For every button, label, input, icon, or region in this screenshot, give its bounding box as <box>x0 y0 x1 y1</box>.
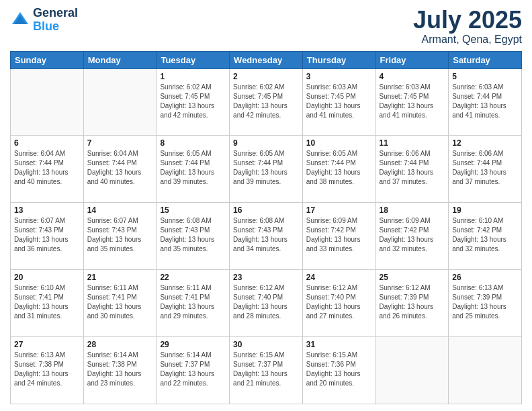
calendar-cell: 4Sunrise: 6:03 AMSunset: 7:45 PMDaylight… <box>375 68 449 136</box>
day-info: Sunrise: 6:08 AMSunset: 7:43 PMDaylight:… <box>160 216 226 254</box>
day-number: 1 <box>160 72 226 81</box>
day-info: Sunrise: 6:12 AMSunset: 7:40 PMDaylight:… <box>233 283 299 321</box>
logo-icon <box>10 10 30 30</box>
calendar-cell: 17Sunrise: 6:09 AMSunset: 7:42 PMDayligh… <box>302 203 375 270</box>
day-info: Sunrise: 6:06 AMSunset: 7:44 PMDaylight:… <box>452 149 518 187</box>
calendar-cell <box>83 68 157 136</box>
calendar-cell: 6Sunrise: 6:04 AMSunset: 7:44 PMDaylight… <box>11 136 84 203</box>
calendar-cell: 20Sunrise: 6:10 AMSunset: 7:41 PMDayligh… <box>11 270 84 337</box>
calendar-cell: 5Sunrise: 6:03 AMSunset: 7:44 PMDaylight… <box>449 68 522 136</box>
logo-text: General Blue <box>33 7 78 34</box>
calendar-cell: 14Sunrise: 6:07 AMSunset: 7:43 PMDayligh… <box>83 203 157 270</box>
calendar-cell: 29Sunrise: 6:14 AMSunset: 7:37 PMDayligh… <box>157 337 230 404</box>
calendar-cell: 23Sunrise: 6:12 AMSunset: 7:40 PMDayligh… <box>230 270 303 337</box>
location: Armant, Qena, Egypt <box>413 34 522 46</box>
day-info: Sunrise: 6:08 AMSunset: 7:43 PMDaylight:… <box>233 216 299 254</box>
day-info: Sunrise: 6:07 AMSunset: 7:43 PMDaylight:… <box>14 216 80 254</box>
calendar-cell <box>449 337 522 404</box>
day-number: 25 <box>380 273 445 282</box>
calendar-cell: 25Sunrise: 6:12 AMSunset: 7:39 PMDayligh… <box>375 270 449 337</box>
day-info: Sunrise: 6:04 AMSunset: 7:44 PMDaylight:… <box>14 149 80 187</box>
day-number: 19 <box>452 205 518 215</box>
calendar-week-1: 1Sunrise: 6:02 AMSunset: 7:45 PMDaylight… <box>11 68 522 136</box>
day-info: Sunrise: 6:05 AMSunset: 7:44 PMDaylight:… <box>306 149 372 187</box>
day-number: 5 <box>452 72 518 81</box>
day-info: Sunrise: 6:04 AMSunset: 7:44 PMDaylight:… <box>87 149 153 187</box>
day-number: 28 <box>87 340 153 349</box>
day-info: Sunrise: 6:12 AMSunset: 7:40 PMDaylight:… <box>306 283 372 321</box>
logo: General Blue <box>10 7 78 34</box>
calendar-cell: 18Sunrise: 6:09 AMSunset: 7:42 PMDayligh… <box>375 203 449 270</box>
calendar-cell: 26Sunrise: 6:13 AMSunset: 7:39 PMDayligh… <box>449 270 522 337</box>
calendar-cell: 16Sunrise: 6:08 AMSunset: 7:43 PMDayligh… <box>230 203 303 270</box>
day-info: Sunrise: 6:14 AMSunset: 7:38 PMDaylight:… <box>87 351 153 388</box>
col-tuesday: Tuesday <box>157 51 230 68</box>
calendar-cell: 21Sunrise: 6:11 AMSunset: 7:41 PMDayligh… <box>83 270 157 337</box>
calendar-cell: 8Sunrise: 6:05 AMSunset: 7:44 PMDaylight… <box>157 136 230 203</box>
calendar-cell: 11Sunrise: 6:06 AMSunset: 7:44 PMDayligh… <box>375 136 449 203</box>
calendar-cell: 10Sunrise: 6:05 AMSunset: 7:44 PMDayligh… <box>302 136 375 203</box>
day-info: Sunrise: 6:11 AMSunset: 7:41 PMDaylight:… <box>160 283 226 321</box>
day-number: 22 <box>160 273 226 282</box>
calendar-cell: 15Sunrise: 6:08 AMSunset: 7:43 PMDayligh… <box>157 203 230 270</box>
day-number: 4 <box>380 72 445 81</box>
day-number: 7 <box>87 138 153 148</box>
col-thursday: Thursday <box>302 51 375 68</box>
col-saturday: Saturday <box>449 51 522 68</box>
day-info: Sunrise: 6:13 AMSunset: 7:39 PMDaylight:… <box>452 283 518 321</box>
calendar-week-3: 13Sunrise: 6:07 AMSunset: 7:43 PMDayligh… <box>11 203 522 270</box>
calendar-cell: 28Sunrise: 6:14 AMSunset: 7:38 PMDayligh… <box>83 337 157 404</box>
calendar-week-5: 27Sunrise: 6:13 AMSunset: 7:38 PMDayligh… <box>11 337 522 404</box>
day-number: 27 <box>14 340 80 349</box>
calendar-table: Sunday Monday Tuesday Wednesday Thursday… <box>10 51 522 404</box>
calendar-cell: 12Sunrise: 6:06 AMSunset: 7:44 PMDayligh… <box>449 136 522 203</box>
calendar-cell: 13Sunrise: 6:07 AMSunset: 7:43 PMDayligh… <box>11 203 84 270</box>
calendar-cell: 22Sunrise: 6:11 AMSunset: 7:41 PMDayligh… <box>157 270 230 337</box>
calendar-cell: 19Sunrise: 6:10 AMSunset: 7:42 PMDayligh… <box>449 203 522 270</box>
day-number: 12 <box>452 138 518 148</box>
day-number: 9 <box>233 138 299 148</box>
col-sunday: Sunday <box>11 51 84 68</box>
day-info: Sunrise: 6:02 AMSunset: 7:45 PMDaylight:… <box>160 83 226 120</box>
calendar-cell: 3Sunrise: 6:03 AMSunset: 7:45 PMDaylight… <box>302 68 375 136</box>
day-info: Sunrise: 6:13 AMSunset: 7:38 PMDaylight:… <box>14 351 80 388</box>
calendar-cell: 27Sunrise: 6:13 AMSunset: 7:38 PMDayligh… <box>11 337 84 404</box>
calendar-cell: 9Sunrise: 6:05 AMSunset: 7:44 PMDaylight… <box>230 136 303 203</box>
calendar-cell: 2Sunrise: 6:02 AMSunset: 7:45 PMDaylight… <box>230 68 303 136</box>
calendar-cell: 1Sunrise: 6:02 AMSunset: 7:45 PMDaylight… <box>157 68 230 136</box>
header: General Blue July 2025 Armant, Qena, Egy… <box>10 7 522 46</box>
day-number: 24 <box>306 273 372 282</box>
day-number: 3 <box>306 72 372 81</box>
day-info: Sunrise: 6:15 AMSunset: 7:37 PMDaylight:… <box>233 351 299 388</box>
day-info: Sunrise: 6:06 AMSunset: 7:44 PMDaylight:… <box>380 149 445 187</box>
day-info: Sunrise: 6:10 AMSunset: 7:42 PMDaylight:… <box>452 216 518 254</box>
calendar-cell <box>375 337 449 404</box>
calendar-cell <box>11 68 84 136</box>
day-info: Sunrise: 6:07 AMSunset: 7:43 PMDaylight:… <box>87 216 153 254</box>
day-info: Sunrise: 6:15 AMSunset: 7:36 PMDaylight:… <box>306 351 372 388</box>
day-number: 8 <box>160 138 226 148</box>
day-number: 20 <box>14 273 80 282</box>
calendar-cell: 30Sunrise: 6:15 AMSunset: 7:37 PMDayligh… <box>230 337 303 404</box>
page: General Blue July 2025 Armant, Qena, Egy… <box>0 0 532 411</box>
day-number: 6 <box>14 138 80 148</box>
calendar-cell: 24Sunrise: 6:12 AMSunset: 7:40 PMDayligh… <box>302 270 375 337</box>
day-number: 14 <box>87 205 153 215</box>
day-number: 30 <box>233 340 299 349</box>
calendar-cell: 7Sunrise: 6:04 AMSunset: 7:44 PMDaylight… <box>83 136 157 203</box>
day-number: 15 <box>160 205 226 215</box>
day-number: 13 <box>14 205 80 215</box>
col-wednesday: Wednesday <box>230 51 303 68</box>
day-info: Sunrise: 6:11 AMSunset: 7:41 PMDaylight:… <box>87 283 153 321</box>
month-title: July 2025 <box>413 7 522 34</box>
calendar-week-2: 6Sunrise: 6:04 AMSunset: 7:44 PMDaylight… <box>11 136 522 203</box>
day-info: Sunrise: 6:05 AMSunset: 7:44 PMDaylight:… <box>233 149 299 187</box>
day-info: Sunrise: 6:03 AMSunset: 7:45 PMDaylight:… <box>306 83 372 120</box>
day-info: Sunrise: 6:12 AMSunset: 7:39 PMDaylight:… <box>380 283 445 321</box>
day-info: Sunrise: 6:09 AMSunset: 7:42 PMDaylight:… <box>380 216 445 254</box>
day-info: Sunrise: 6:14 AMSunset: 7:37 PMDaylight:… <box>160 351 226 388</box>
day-number: 21 <box>87 273 153 282</box>
day-number: 17 <box>306 205 372 215</box>
day-number: 26 <box>452 273 518 282</box>
day-info: Sunrise: 6:03 AMSunset: 7:45 PMDaylight:… <box>380 83 445 120</box>
